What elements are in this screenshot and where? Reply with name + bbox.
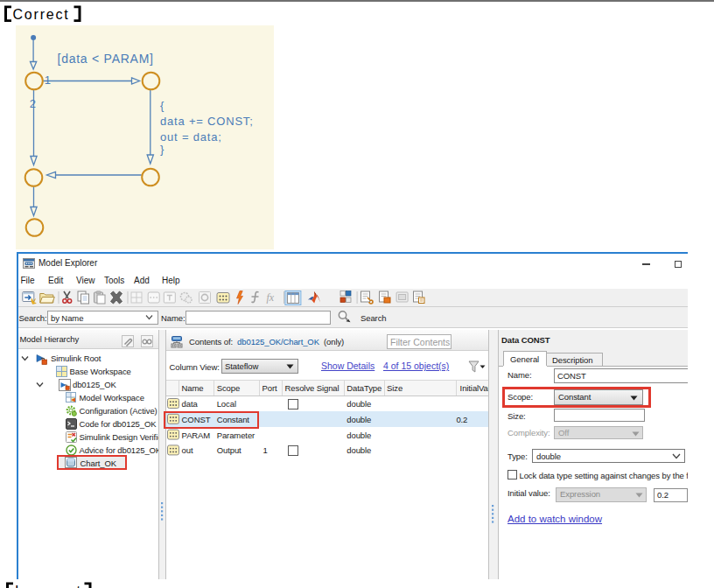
svg-text:}: } — [160, 143, 164, 156]
svg-text:{: { — [160, 99, 164, 112]
svg-text:Incorrect: Incorrect — [15, 584, 82, 588]
svg-text:data += CONST;: data += CONST; — [160, 115, 254, 128]
svg-text:1: 1 — [45, 74, 52, 87]
svg-text:fx: fx — [267, 291, 275, 304]
svg-text:[data < PARAM]: [data < PARAM] — [58, 52, 154, 66]
svg-text:out = data;: out = data; — [160, 130, 222, 144]
svg-text:2: 2 — [30, 97, 37, 110]
svg-text:Correct: Correct — [13, 7, 70, 22]
